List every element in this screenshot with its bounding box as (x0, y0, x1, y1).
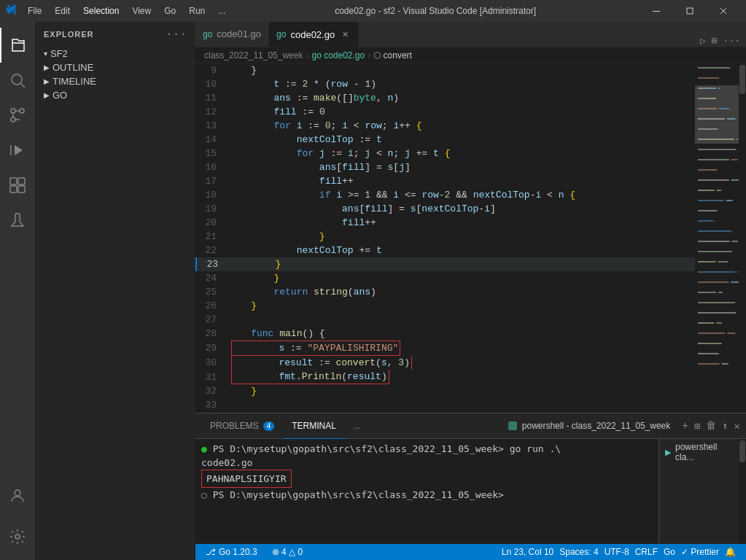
sidebar: EXPLORER ··· ▾ SF2 ▶ OUTLINE ▶ TIMELINE … (35, 22, 195, 560)
title-bar: File Edit Selection View Go Run ... code… (0, 0, 746, 22)
scrollbar-vertical[interactable] (739, 63, 746, 413)
status-spaces[interactable]: Spaces: 4 (556, 547, 601, 557)
terminal-content[interactable]: ● PS D:\mysetup\gopath\src\sf2\class_202… (195, 439, 658, 544)
menu-view[interactable]: View (126, 4, 157, 18)
tab-problems[interactable]: PROBLEMS 4 (201, 413, 283, 439)
sidebar-more-button[interactable]: ··· (166, 28, 187, 41)
status-position[interactable]: Ln 23, Col 10 (499, 547, 556, 557)
minimize-button[interactable] (640, 0, 673, 22)
status-encoding[interactable]: UTF-8 (602, 547, 632, 557)
tab-bar: go code01.go go code02.go ✕ ▷ ⊞ ··· (195, 22, 746, 47)
run-button[interactable]: ▷ (700, 35, 706, 47)
status-git[interactable]: ⎇ Go 1.20.3 (203, 547, 260, 557)
sidebar-item-sf2[interactable]: ▾ SF2 (35, 47, 195, 61)
menu-go[interactable]: Go (158, 4, 182, 18)
activity-run[interactable] (0, 133, 35, 168)
menu-run[interactable]: Run (183, 4, 211, 18)
breadcrumb-symbol[interactable]: ⬡ convert (373, 50, 412, 61)
line-number: 28 (203, 327, 228, 341)
svg-point-8 (11, 109, 15, 113)
activity-search[interactable] (0, 63, 35, 98)
sidebar-item-timeline[interactable]: ▶ TIMELINE (35, 74, 195, 88)
menu-more[interactable]: ... (212, 4, 231, 18)
code-editor[interactable]: 9 } 10 t := 2 * (row - 1) 11 ans := make… (195, 63, 695, 413)
line-number: 10 (203, 77, 228, 91)
tab-close-button[interactable]: ✕ (339, 28, 351, 40)
status-errors[interactable]: ⊗ 4 △ 0 (269, 547, 306, 557)
sidebar-item-label: OUTLINE (53, 62, 93, 73)
kill-terminal-button[interactable]: 🗑 (706, 420, 716, 432)
close-panel-button[interactable]: ✕ (734, 420, 740, 432)
terminal-dropdown[interactable]: powershell - class_2022_11_05_week (508, 421, 676, 432)
line-number: 30 (203, 356, 228, 370)
split-editor-button[interactable]: ⊞ (712, 35, 718, 47)
close-button[interactable] (707, 0, 740, 22)
code-line: 15 for j := i; j < n; j += t { (195, 147, 695, 160)
status-eol-label: CRLF (635, 547, 658, 557)
code-line: 19 ans[fill] = s[nextColTop-i] (195, 202, 695, 216)
code-line: 29 s := "PAYPALISHIRING" (195, 341, 695, 356)
status-prettier[interactable]: ✓ Prettier (678, 547, 722, 557)
line-content: } (228, 63, 695, 77)
breadcrumb-folder[interactable]: class_2022_11_05_week (204, 50, 303, 61)
code-line: 33 (195, 398, 695, 412)
terminal-line: ● PS D:\mysetup\gopath\src\sf2\class_202… (201, 442, 653, 456)
tab-more[interactable]: ... (345, 413, 370, 439)
maximize-button[interactable] (673, 0, 707, 22)
tab-terminal[interactable]: TERMINAL (283, 413, 345, 439)
status-language[interactable]: Go (661, 547, 678, 557)
line-content: fill++ (228, 216, 695, 230)
line-number: 32 (203, 384, 228, 398)
panel-tab-label: TERMINAL (292, 421, 336, 431)
arrow-icon: ▶ (44, 91, 50, 99)
svg-rect-15 (508, 421, 517, 430)
line-content: } (228, 271, 695, 285)
menu-edit[interactable]: Edit (49, 4, 76, 18)
new-terminal-button[interactable]: + (682, 420, 688, 432)
line-number: 18 (203, 188, 228, 202)
maximize-panel-button[interactable]: ⬆ (722, 420, 728, 432)
panel-right-terminal-tab[interactable]: ▶ powershell cla... (659, 439, 739, 465)
split-terminal-button[interactable]: ⊞ (694, 420, 700, 432)
panel-tab-label: PROBLEMS (210, 421, 259, 431)
panel-scrollbar[interactable] (739, 439, 746, 544)
line-content: fill++ (228, 174, 695, 188)
activity-settings[interactable] (0, 519, 35, 554)
tab-code01[interactable]: go code01.go (195, 22, 269, 47)
status-eol[interactable]: CRLF (632, 547, 661, 557)
line-number: 20 (203, 216, 228, 230)
terminal-output-line: PAHNAPLSIIGYIR (201, 470, 653, 488)
terminal-right-icon: ▶ (665, 448, 671, 457)
code-line: 12 fill := 0 (195, 105, 695, 119)
code-line: 22 nextColTop += t (195, 244, 695, 257)
menu-file[interactable]: File (22, 4, 47, 18)
sidebar-item-go[interactable]: ▶ GO (35, 88, 195, 102)
line-number: 13 (203, 119, 228, 133)
activity-explorer[interactable] (0, 28, 35, 63)
activity-source-control[interactable] (0, 98, 35, 133)
svg-rect-9 (10, 178, 17, 184)
line-number: 22 (203, 244, 228, 257)
activity-extensions[interactable] (0, 168, 35, 203)
menu-selection[interactable]: Selection (77, 4, 125, 18)
panel-tab-more: ... (354, 421, 361, 431)
sidebar-item-outline[interactable]: ▶ OUTLINE (35, 61, 195, 74)
arrow-icon: ▶ (44, 77, 50, 85)
svg-point-14 (15, 534, 20, 539)
activity-testing[interactable] (0, 203, 35, 238)
line-content: nextColTop := t (228, 133, 695, 147)
status-notifications[interactable]: 🔔 (722, 547, 739, 557)
status-position-label: Ln 23, Col 10 (502, 547, 553, 557)
activity-accounts[interactable] (0, 478, 35, 513)
line-content: fill := 0 (228, 105, 695, 119)
tab-code02[interactable]: go code02.go ✕ (269, 22, 359, 47)
terminal-output-highlight: PAHNAPLSIIGYIR (201, 470, 292, 488)
line-number: 21 (203, 230, 228, 244)
breadcrumb-file[interactable]: go code02.go (311, 50, 365, 61)
status-right: Ln 23, Col 10 Spaces: 4 UTF-8 CRLF Go ✓ … (499, 547, 739, 557)
terminal-cmd-text: code02.go (201, 457, 252, 468)
more-actions-button[interactable]: ··· (723, 36, 740, 47)
minimap[interactable] (695, 63, 739, 413)
sidebar-item-label: TIMELINE (53, 76, 96, 87)
git-icon: ⎇ (206, 547, 216, 557)
